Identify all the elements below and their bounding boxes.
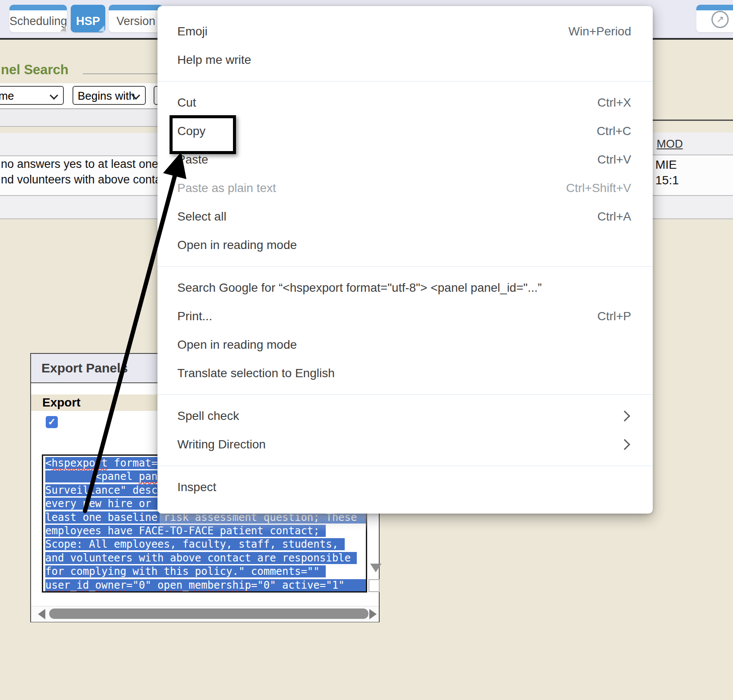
column-header-mod[interactable]: MOD bbox=[657, 137, 683, 151]
tab-accent-strip bbox=[71, 5, 105, 10]
menu-item-spell-check[interactable]: Spell check bbox=[157, 402, 653, 430]
textarea-line: Scope: All employees, faculty, staff, st… bbox=[45, 538, 366, 551]
chevron-right-icon bbox=[619, 439, 630, 450]
dialog-title: Export Panels bbox=[31, 361, 128, 375]
menu-separator bbox=[157, 81, 653, 82]
menu-separator bbox=[157, 266, 653, 267]
chevron-right-icon bbox=[619, 410, 630, 421]
table-row bbox=[653, 196, 733, 218]
textarea-line: and volunteers with above contact are re… bbox=[45, 552, 366, 565]
menu-separator bbox=[157, 466, 653, 466]
table-line bbox=[653, 218, 733, 219]
tab-label: Scheduling bbox=[9, 10, 67, 28]
menu-item-inspect[interactable]: Inspect bbox=[157, 473, 653, 501]
menu-item-emoji[interactable]: EmojiWin+Period bbox=[157, 17, 653, 46]
resize-grip[interactable] bbox=[368, 579, 380, 592]
tab-external-link[interactable]: ↗ bbox=[696, 5, 733, 32]
cell-modified-time: 15:1 bbox=[655, 173, 679, 188]
menu-item-print[interactable]: Print...Ctrl+P bbox=[157, 302, 653, 331]
menu-item-label: Select all bbox=[177, 210, 227, 224]
export-checkbox[interactable]: ✓ bbox=[46, 416, 58, 428]
menu-item-open-in-reading-mode[interactable]: Open in reading mode bbox=[157, 231, 653, 259]
menu-item-label: Open in reading mode bbox=[177, 238, 297, 252]
menu-item-label: Print... bbox=[177, 309, 212, 323]
menu-item-label: Translate selection to English bbox=[177, 366, 335, 380]
menu-item-label: Writing Direction bbox=[177, 438, 266, 451]
textarea-line: employees have FACE-TO-FACE patient cont… bbox=[45, 524, 366, 538]
menu-item-help-me-write[interactable]: Help me write bbox=[157, 46, 653, 74]
table-line bbox=[0, 126, 159, 127]
menu-item-label: Cut bbox=[177, 96, 196, 110]
scrollbar-thumb[interactable] bbox=[49, 609, 368, 619]
menu-item-cut[interactable]: CutCtrl+X bbox=[157, 88, 653, 117]
menu-item-label: Spell check bbox=[177, 409, 239, 423]
menu-item-shortcut: Ctrl+V bbox=[597, 153, 631, 167]
tab-fold-icon bbox=[98, 25, 104, 32]
menu-item-label: Inspect bbox=[177, 480, 216, 494]
textarea-line: user_id_owner="0" open_membership="0" ac… bbox=[45, 579, 366, 592]
menu-item-shortcut: Win+Period bbox=[568, 25, 631, 38]
table-header-row bbox=[0, 133, 159, 155]
tab-hsp[interactable]: HSP bbox=[71, 5, 105, 32]
scroll-down-icon[interactable] bbox=[370, 564, 381, 572]
menu-separator bbox=[157, 394, 653, 395]
menu-item-shortcut: Ctrl+X bbox=[597, 96, 631, 110]
fieldset-rule bbox=[83, 73, 159, 74]
menu-item-label: Paste bbox=[177, 153, 208, 167]
tab-accent-strip bbox=[696, 5, 733, 10]
chevron-down-icon bbox=[50, 91, 58, 100]
menu-item-writing-direction[interactable]: Writing Direction bbox=[157, 430, 653, 459]
menu-item-label: Help me write bbox=[177, 53, 251, 67]
menu-item-open-in-reading-mode[interactable]: Open in reading mode bbox=[157, 331, 653, 359]
context-menu: EmojiWin+PeriodHelp me writeCutCtrl+XCop… bbox=[157, 6, 653, 514]
open-external-icon[interactable]: ↗ bbox=[711, 11, 729, 28]
tab-accent-strip bbox=[109, 5, 163, 10]
menu-item-label: Emoji bbox=[177, 25, 208, 38]
select-value: ame bbox=[0, 89, 14, 102]
menu-item-shortcut: Ctrl+A bbox=[597, 210, 631, 224]
cell-modified-by: MIE bbox=[655, 157, 677, 173]
table-line bbox=[653, 120, 733, 121]
menu-item-search-google-for-hspexport-form[interactable]: Search Google for “<hspexport format="ut… bbox=[157, 274, 653, 302]
textarea-line: for complying with this policy." comment… bbox=[45, 565, 366, 578]
table-band bbox=[0, 109, 159, 126]
menu-item-shortcut: Ctrl+C bbox=[597, 124, 631, 138]
menu-item-shortcut: Ctrl+P bbox=[597, 309, 631, 323]
export-section-label: Export bbox=[31, 396, 81, 409]
menu-item-label: Search Google for “<hspexport format="ut… bbox=[177, 281, 542, 295]
tab-version[interactable]: Version bbox=[109, 5, 163, 32]
tab-fold-icon bbox=[60, 25, 66, 32]
tab-scheduling[interactable]: Scheduling bbox=[9, 5, 67, 32]
panel-search-title: nel Search bbox=[1, 62, 69, 78]
menu-item-select-all[interactable]: Select allCtrl+A bbox=[157, 202, 653, 231]
menu-item-label: Open in reading mode bbox=[177, 338, 297, 352]
horizontal-scrollbar[interactable] bbox=[31, 606, 379, 622]
select-value: Begins with bbox=[78, 89, 135, 102]
search-field-select[interactable]: ame bbox=[0, 86, 64, 105]
tab-accent-strip bbox=[9, 5, 67, 10]
copy-highlight-rectangle bbox=[170, 115, 236, 154]
table-row bbox=[0, 196, 159, 218]
menu-item-paste-as-plain-text[interactable]: Paste as plain textCtrl+Shift+V bbox=[157, 174, 653, 202]
scroll-left-icon[interactable] bbox=[38, 609, 45, 619]
menu-item-translate-selection-to-english[interactable]: Translate selection to English bbox=[157, 359, 653, 388]
table-line bbox=[0, 218, 159, 219]
menu-item-label: Paste as plain text bbox=[177, 181, 276, 195]
tab-label: Version bbox=[109, 10, 163, 28]
menu-item-shortcut: Ctrl+Shift+V bbox=[566, 181, 631, 195]
scroll-right-icon[interactable] bbox=[369, 609, 377, 619]
search-operator-select[interactable]: Begins with bbox=[72, 86, 146, 105]
